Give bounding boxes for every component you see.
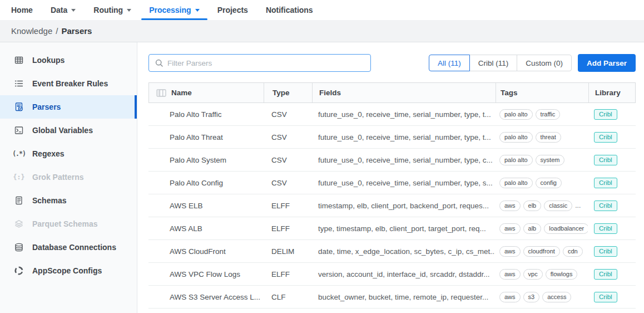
library-filter-tabs: All (11)Cribl (11)Custom (0) <box>429 55 572 71</box>
library-badge: Cribl <box>594 269 617 280</box>
sidebar-item-schemas[interactable]: Schemas <box>0 189 137 212</box>
tag-pill: s3 <box>523 292 540 302</box>
parser-name: Palo Alto Traffic <box>148 110 263 119</box>
tag-pill: alb <box>523 223 542 234</box>
layers-icon <box>13 219 24 229</box>
tab-cribl-11[interactable]: Cribl (11) <box>469 55 518 71</box>
table-row[interactable]: AWS ALBELFFtype, timestamp, elb, client_… <box>148 217 636 240</box>
tags-overflow-ellipsis: ... <box>575 202 581 209</box>
parsers-main: All (11)Cribl (11)Custom (0) Add Parser … <box>137 42 644 313</box>
parser-fields: future_use_0, receive_time, serial_numbe… <box>311 110 495 119</box>
add-parser-button[interactable]: Add Parser <box>578 54 636 72</box>
parsers-table-body: Palo Alto TrafficCSVfuture_use_0, receiv… <box>148 103 636 309</box>
parser-library: Cribl <box>588 155 636 165</box>
sidebar-item-lookups[interactable]: Lookups <box>0 48 137 72</box>
sidebar-item-label: Global Variables <box>32 126 93 135</box>
parser-fields: future_use_0, receive_time, serial_numbe… <box>311 133 495 141</box>
library-badge: Cribl <box>594 292 617 302</box>
parser-fields: type, timestamp, elb, client_port, targe… <box>311 224 495 233</box>
sidebar-item-label: Regexes <box>32 149 65 158</box>
parser-fields: bucket_owner, bucket, time, remote_ip, r… <box>311 293 495 301</box>
parser-library: Cribl <box>588 269 636 280</box>
parser-type: CLF <box>263 293 311 301</box>
filter-parsers-box[interactable] <box>148 54 371 72</box>
sidebar-item-label: Grok Patterns <box>32 173 84 182</box>
nav-item-routing[interactable]: Routing <box>85 0 140 20</box>
parser-tags: palo altotraffic <box>495 109 588 120</box>
tab-all-11[interactable]: All (11) <box>429 55 470 71</box>
sidebar-item-global-variables[interactable]: Global Variables <box>0 119 137 142</box>
table-row[interactable]: Palo Alto ConfigCSVfuture_use_0, receive… <box>148 172 636 194</box>
sidebar-item-regexes[interactable]: (.*)Regexes <box>0 142 137 165</box>
table-row[interactable]: Palo Alto SystemCSVfuture_use_0, receive… <box>148 149 636 172</box>
nav-item-processing[interactable]: Processing <box>140 0 208 20</box>
tag-pill: aws <box>499 246 521 257</box>
parser-fields: timestamp, elb, client_port, backend_por… <box>311 202 495 210</box>
list-icon <box>13 79 24 89</box>
table-row[interactable]: Palo Alto TrafficCSVfuture_use_0, receiv… <box>148 103 636 126</box>
table-row[interactable]: Palo Alto ThreatCSVfuture_use_0, receive… <box>148 126 636 149</box>
regex-icon: (.*) <box>13 149 24 159</box>
columns-icon[interactable] <box>156 89 166 97</box>
parser-tags: awsalbloadbalancer <box>495 223 588 234</box>
nav-item-notifications[interactable]: Notifications <box>257 0 322 20</box>
parser-type: DELIM <box>263 247 311 256</box>
tag-pill: threat <box>536 132 561 143</box>
breadcrumb-section[interactable]: Knowledge <box>11 26 52 36</box>
tag-pill: cloudfront <box>523 246 560 257</box>
parser-name: Palo Alto Threat <box>148 133 263 141</box>
column-header-name: Name <box>149 83 264 102</box>
nav-item-label: Projects <box>217 6 248 14</box>
sidebar-item-parquet-schemas: Parquet Schemas <box>0 212 137 236</box>
tab-custom-0[interactable]: Custom (0) <box>517 55 572 71</box>
nav-item-projects[interactable]: Projects <box>209 0 257 20</box>
nav-item-label: Home <box>11 6 33 14</box>
top-nav: HomeDataRoutingProcessingProjectsNotific… <box>0 0 644 20</box>
parser-tags: awss3access <box>495 292 588 302</box>
parser-library: Cribl <box>588 178 636 188</box>
sidebar-item-label: Parsers <box>32 102 61 111</box>
nav-item-label: Processing <box>149 6 191 14</box>
library-badge: Cribl <box>594 246 617 257</box>
parser-name: AWS ELB <box>148 202 263 210</box>
column-header-label: Name <box>171 89 192 97</box>
sidebar-item-appscope-configs[interactable]: AppScope Configs <box>0 259 137 282</box>
sidebar-item-event-breaker-rules[interactable]: Event Breaker Rules <box>0 72 137 95</box>
tag-pill: aws <box>499 200 521 211</box>
sidebar-item-parsers[interactable]: Parsers <box>0 95 137 119</box>
terminal-icon <box>13 125 24 135</box>
parser-library: Cribl <box>588 109 636 120</box>
parser-name: Palo Alto System <box>148 156 263 164</box>
table-row[interactable]: AWS S3 Server Access L...CLFbucket_owner… <box>148 286 636 309</box>
tag-pill: palo alto <box>499 155 533 165</box>
top-nav-items: HomeDataRoutingProcessingProjectsNotific… <box>2 0 322 20</box>
parser-type: ELFF <box>263 202 311 210</box>
sidebar-item-database-connections[interactable]: Database Connections <box>0 236 137 259</box>
parser-name: AWS ALB <box>148 224 263 233</box>
parser-name: AWS S3 Server Access L... <box>148 293 263 301</box>
sidebar-item-grok-patterns: {:}Grok Patterns <box>0 165 137 189</box>
parsers-table-header: NameTypeFieldsTagsLibrary <box>148 82 636 103</box>
schema-document-icon <box>13 195 24 206</box>
parser-type: CSV <box>263 156 311 164</box>
table-row[interactable]: AWS ELBELFFtimestamp, elb, client_port, … <box>148 194 636 217</box>
filter-parsers-input[interactable] <box>167 59 365 67</box>
tag-pill: config <box>536 178 562 188</box>
breadcrumb-page: Parsers <box>61 26 92 36</box>
tag-pill: cdn <box>563 246 583 257</box>
tag-pill: loadbalancer <box>544 223 588 234</box>
breadcrumb-separator: / <box>56 26 58 36</box>
sidebar-item-label: Schemas <box>32 196 66 205</box>
library-badge: Cribl <box>594 200 617 211</box>
sidebar-item-label: Lookups <box>32 56 65 65</box>
nav-item-home[interactable]: Home <box>2 0 42 20</box>
table-row[interactable]: AWS CloudFrontDELIMdate, time, x_edge_lo… <box>148 240 636 263</box>
chevron-down-icon <box>71 9 76 12</box>
parser-library: Cribl <box>588 246 636 257</box>
parsers-toolbar: All (11)Cribl (11)Custom (0) Add Parser <box>148 54 636 72</box>
parser-fields: future_use_0, receive_time, serial_numbe… <box>311 156 495 164</box>
parser-library: Cribl <box>588 132 636 143</box>
table-row[interactable]: AWS VPC Flow LogsELFFversion, account_id… <box>148 263 636 286</box>
nav-item-data[interactable]: Data <box>42 0 85 20</box>
tag-pill: vpc <box>523 269 543 280</box>
